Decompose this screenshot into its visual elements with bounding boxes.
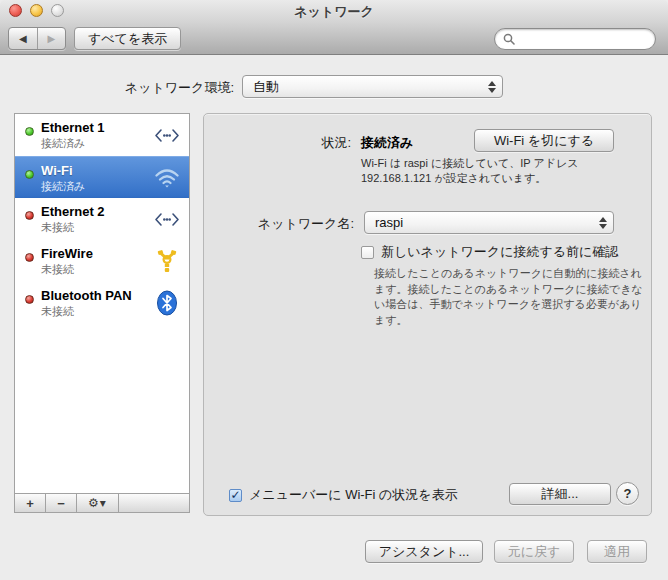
interface-toolbar-filler bbox=[119, 494, 189, 512]
status-dot-connected bbox=[25, 170, 34, 179]
wifi-icon bbox=[153, 165, 181, 191]
revert-button[interactable]: 元に戻す bbox=[494, 540, 574, 563]
popup-stepper-icon bbox=[593, 217, 613, 229]
interface-name: Ethernet 1 bbox=[41, 120, 105, 135]
ethernet-icon bbox=[153, 206, 181, 232]
interface-name: FireWire bbox=[41, 246, 93, 261]
back-forward-control: ◀ ▶ bbox=[8, 27, 66, 50]
assistant-button[interactable]: アシスタント... bbox=[365, 540, 483, 563]
interface-list-toolbar: + − ⚙▾ bbox=[15, 493, 189, 512]
search-input[interactable] bbox=[520, 31, 668, 47]
status-label: 状況: bbox=[204, 134, 351, 152]
forward-button[interactable]: ▶ bbox=[37, 28, 66, 49]
ask-join-checkbox[interactable] bbox=[361, 246, 374, 259]
interface-status: 未接続 bbox=[41, 220, 74, 235]
apply-button[interactable]: 適用 bbox=[587, 540, 647, 563]
menubar-wifi-checkbox[interactable]: ✓ bbox=[229, 489, 242, 502]
status-dot-disconnected bbox=[25, 253, 34, 262]
menubar-checkbox-label: メニューバーに Wi-Fi の状況を表示 bbox=[249, 486, 458, 504]
status-description: Wi-Fi は raspi に接続していて、IP アドレス 192.168.1.… bbox=[361, 156, 637, 186]
popup-stepper-icon bbox=[482, 81, 502, 93]
search-icon bbox=[503, 33, 515, 45]
wifi-settings-panel: 状況: 接続済み Wi-Fi を切にする Wi-Fi は raspi に接続して… bbox=[203, 113, 652, 516]
toolbar: ◀ ▶ すべてを表示 bbox=[0, 22, 668, 55]
interface-status: 未接続 bbox=[41, 262, 74, 277]
network-location-value: 自動 bbox=[243, 78, 482, 96]
interface-list-items: Ethernet 1 接続済み Wi-Fi 接続済み bbox=[15, 114, 189, 493]
sidebar-item-ethernet-2[interactable]: Ethernet 2 未接続 bbox=[15, 198, 189, 240]
search-field[interactable] bbox=[494, 28, 656, 50]
ask-join-checkbox-row: 新しいネットワークに接続する前に確認 bbox=[361, 243, 618, 261]
interface-status: 接続済み bbox=[41, 136, 85, 151]
remove-interface-button[interactable]: − bbox=[46, 494, 77, 512]
window-title: ネットワーク bbox=[0, 3, 668, 21]
status-dot-disconnected bbox=[25, 295, 34, 304]
ask-join-description: 接続したことのあるネットワークに自動的に接続されます。接続したことのあるネットワ… bbox=[374, 266, 652, 328]
sidebar-item-wifi[interactable]: Wi-Fi 接続済み bbox=[15, 156, 189, 198]
interface-name: Ethernet 2 bbox=[41, 204, 105, 219]
interface-list: Ethernet 1 接続済み Wi-Fi 接続済み bbox=[14, 113, 190, 513]
network-name-popup[interactable]: raspi bbox=[364, 211, 614, 234]
network-name-label: ネットワーク名: bbox=[204, 215, 354, 233]
sidebar-item-firewire[interactable]: FireWire 未接続 bbox=[15, 240, 189, 282]
ask-join-checkbox-label: 新しいネットワークに接続する前に確認 bbox=[381, 243, 618, 261]
menubar-checkbox-row: ✓ メニューバーに Wi-Fi の状況を表示 bbox=[229, 486, 458, 504]
gear-menu-button[interactable]: ⚙▾ bbox=[77, 494, 119, 512]
status-dot-disconnected bbox=[25, 211, 34, 220]
sidebar-item-bluetooth-pan[interactable]: Bluetooth PAN 未接続 bbox=[15, 282, 189, 324]
bluetooth-icon bbox=[153, 290, 181, 316]
interface-status: 接続済み bbox=[41, 179, 85, 194]
status-dot-connected bbox=[25, 127, 34, 136]
help-button[interactable]: ? bbox=[616, 482, 639, 505]
advanced-button[interactable]: 詳細... bbox=[509, 483, 611, 505]
add-interface-button[interactable]: + bbox=[15, 494, 46, 512]
interface-name: Wi-Fi bbox=[41, 163, 73, 178]
wifi-off-button[interactable]: Wi-Fi を切にする bbox=[474, 129, 614, 152]
network-location-popup[interactable]: 自動 bbox=[242, 75, 503, 98]
ethernet-icon bbox=[153, 122, 181, 148]
network-name-value: raspi bbox=[365, 215, 593, 230]
network-preferences-window: ネットワーク ◀ ▶ すべてを表示 ネットワーク環境: 自動 Ethernet … bbox=[0, 0, 668, 580]
interface-status: 未接続 bbox=[41, 304, 74, 319]
network-location-label: ネットワーク環境: bbox=[0, 79, 234, 97]
sidebar-item-ethernet-1[interactable]: Ethernet 1 接続済み bbox=[15, 114, 189, 156]
status-value: 接続済み bbox=[361, 134, 413, 152]
interface-name: Bluetooth PAN bbox=[41, 288, 132, 303]
firewire-icon bbox=[153, 248, 181, 274]
show-all-button[interactable]: すべてを表示 bbox=[74, 27, 181, 50]
title-bar: ネットワーク bbox=[0, 0, 668, 22]
back-button[interactable]: ◀ bbox=[9, 28, 37, 49]
